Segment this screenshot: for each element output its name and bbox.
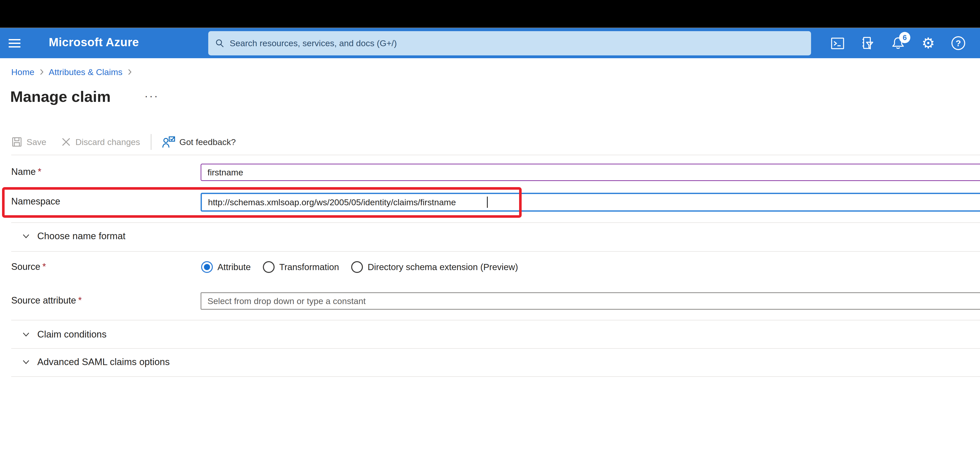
terminal-icon — [830, 35, 845, 51]
section-label: Claim conditions — [37, 329, 107, 340]
discard-button[interactable]: Discard changes — [61, 137, 140, 147]
azure-portal-window: Microsoft Azure — [0, 0, 980, 458]
chevron-down-icon — [22, 359, 30, 365]
chevron-down-icon — [22, 233, 30, 239]
divider — [11, 376, 980, 377]
command-bar: Save Discard changes Got feedback? — [11, 132, 236, 152]
source-attribute-input[interactable] — [200, 292, 980, 310]
divider — [11, 222, 980, 223]
section-claim-conditions[interactable]: Claim conditions — [22, 329, 107, 340]
close-icon — [61, 137, 72, 147]
breadcrumb-home-link[interactable]: Home — [11, 67, 35, 77]
help-button[interactable]: ? — [950, 35, 966, 51]
source-attribute-field — [200, 292, 980, 310]
section-label: Choose name format — [37, 231, 126, 241]
radio-label: Directory schema extension (Preview) — [368, 262, 518, 272]
directory-filter-button[interactable] — [859, 35, 876, 51]
radio-attribute[interactable]: Attribute — [201, 261, 251, 273]
source-attribute-label: Source attribute* — [11, 295, 82, 306]
source-label: Source* — [11, 262, 46, 272]
required-asterisk: * — [38, 166, 41, 177]
divider — [11, 348, 980, 349]
notification-badge: 6 — [899, 32, 910, 43]
required-asterisk: * — [42, 262, 46, 272]
save-label: Save — [27, 137, 46, 147]
source-radio-group: Attribute Transformation Directory schem… — [201, 259, 518, 275]
text-cursor — [487, 196, 488, 208]
chevron-down-icon — [22, 331, 30, 338]
namespace-field — [200, 193, 980, 212]
radio-label: Transformation — [279, 262, 339, 272]
breadcrumb: Home Attributes & Claims — [11, 66, 132, 78]
chevron-right-icon — [39, 68, 44, 76]
section-label: Advanced SAML claims options — [37, 357, 170, 367]
required-asterisk: * — [78, 295, 82, 306]
radio-label: Attribute — [218, 262, 251, 272]
namespace-label: Namespace — [11, 196, 60, 207]
radio-button-selected-icon — [201, 261, 213, 273]
feedback-label: Got feedback? — [180, 137, 236, 147]
name-field — [200, 164, 980, 181]
namespace-input[interactable] — [200, 193, 980, 212]
divider — [11, 251, 980, 252]
breadcrumb-claims-link[interactable]: Attributes & Claims — [49, 67, 123, 77]
settings-button[interactable]: ⚙ — [920, 35, 936, 51]
section-choose-name-format[interactable]: Choose name format — [22, 231, 126, 241]
radio-transformation[interactable]: Transformation — [263, 261, 339, 273]
divider — [11, 320, 980, 321]
radio-button-icon — [351, 261, 363, 273]
filter-icon — [860, 35, 875, 51]
page-title: Manage claim — [10, 88, 111, 105]
gear-icon: ⚙ — [921, 35, 935, 51]
cloud-shell-button[interactable] — [829, 35, 846, 51]
notifications-button[interactable]: 6 — [890, 35, 906, 51]
divider — [11, 155, 980, 155]
more-options-button[interactable]: ··· — [145, 90, 159, 102]
radio-directory-schema-extension[interactable]: Directory schema extension (Preview) — [351, 261, 518, 273]
section-advanced-saml-options[interactable]: Advanced SAML claims options — [22, 357, 170, 367]
save-button[interactable]: Save — [11, 136, 46, 148]
feedback-button[interactable]: Got feedback? — [162, 136, 236, 148]
radio-button-icon — [263, 261, 275, 273]
letterbox-band — [0, 0, 980, 27]
name-label: Name* — [11, 166, 41, 177]
feedback-icon — [162, 136, 175, 148]
top-bar-actions: 6 ⚙ ? — [0, 35, 980, 51]
chevron-right-icon — [127, 68, 132, 76]
discard-label: Discard changes — [76, 137, 140, 147]
toolbar-divider — [151, 134, 151, 150]
help-icon: ? — [951, 36, 965, 50]
name-input[interactable] — [200, 164, 980, 181]
save-icon — [11, 136, 22, 148]
